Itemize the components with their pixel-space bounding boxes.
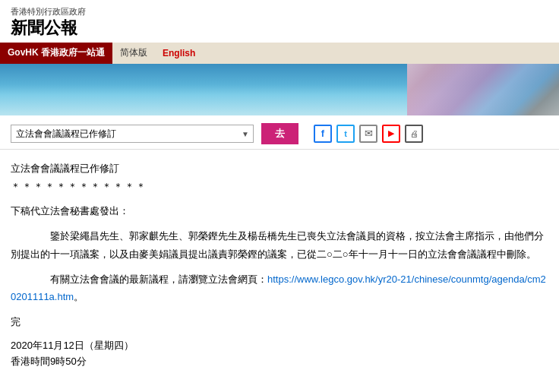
top-header: 香港特別行政區政府 新聞公報: [0, 0, 559, 43]
govhk-link[interactable]: GovHK 香港政府一站通: [0, 43, 112, 64]
end-mark: 完: [11, 314, 548, 330]
gov-title: 香港特別行政區政府: [11, 6, 548, 17]
date-line2: 香港時間9時50分: [11, 354, 548, 370]
link-suffix: 。: [74, 291, 84, 302]
facebook-icon[interactable]: f: [314, 125, 332, 143]
english-link[interactable]: English: [163, 48, 195, 58]
main-title: 新聞公報: [11, 17, 548, 40]
twitter-icon[interactable]: t: [336, 125, 355, 143]
simplified-link[interactable]: 简体版: [120, 46, 147, 59]
banner: [0, 64, 559, 115]
govhk-label: GovHK 香港政府一站通: [8, 46, 105, 59]
search-select-wrapper: 立法會會議議程已作修訂 ▼: [11, 125, 254, 143]
main-paragraph: 鑒於梁繩昌先生、郭家麒先生、郭榮鏗先生及楊岳橋先生已喪失立法會議員的資格，按立法…: [11, 227, 548, 263]
search-select[interactable]: 立法會會議議程已作修訂: [11, 125, 254, 143]
date-line1: 2020年11月12日（星期四）: [11, 338, 548, 354]
search-area: 立法會會議議程已作修訂 ▼ 去 f t ✉ ▶ 🖨: [0, 115, 559, 150]
content-title: 立法會會議議程已作修訂: [11, 160, 548, 177]
link-paragraph: 有關立法會會議的最新議程，請瀏覽立法會網頁：https://www.legco.…: [11, 270, 548, 306]
nav-bar: GovHK 香港政府一站通 简体版 English: [0, 43, 559, 64]
social-icons: f t ✉ ▶ 🖨: [314, 125, 423, 143]
nav-links: 简体版 English: [112, 46, 203, 59]
go-button[interactable]: 去: [261, 123, 298, 144]
banner-overlay: [407, 64, 559, 115]
content-area: 立法會會議議程已作修訂 ＊＊＊＊＊＊＊＊＊＊＊＊ 下稿代立法會秘書處發出： 鑒於…: [0, 150, 559, 381]
date-line: 2020年11月12日（星期四） 香港時間9時50分: [11, 338, 548, 370]
stars-line: ＊＊＊＊＊＊＊＊＊＊＊＊: [11, 179, 548, 195]
email-icon[interactable]: ✉: [359, 125, 377, 143]
youtube-icon[interactable]: ▶: [382, 125, 400, 143]
print-icon[interactable]: 🖨: [405, 125, 423, 143]
section-label: 下稿代立法會秘書處發出：: [11, 203, 548, 220]
link-prefix: 有關立法會會議的最新議程，請瀏覽立法會網頁：: [30, 273, 267, 285]
